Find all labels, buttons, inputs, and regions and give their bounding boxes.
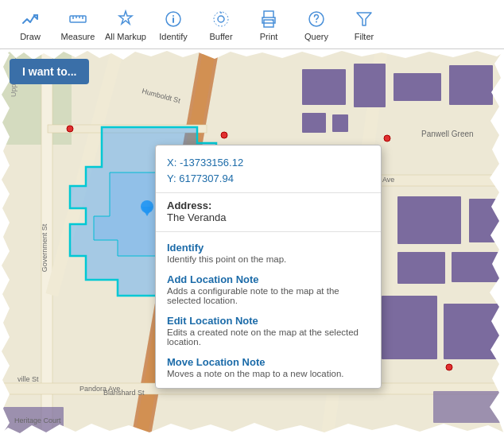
query-icon	[305, 8, 328, 30]
svg-point-15	[316, 21, 317, 22]
tool-query-label: Query	[304, 32, 328, 41]
action-identify[interactable]: Identify Identify this point on the map.	[156, 237, 381, 269]
popup-y-coord: Y: 6177307.94	[167, 171, 370, 187]
action-add-location-note[interactable]: Add Location Note Adds a configurable no…	[156, 269, 381, 310]
action-edit-location-note-desc: Edits a created note on the map at the s…	[167, 327, 370, 347]
svg-point-13	[272, 19, 273, 21]
identify-icon	[162, 8, 184, 30]
tool-print-label: Print	[260, 32, 278, 41]
context-popup: X: -13733156.12 Y: 6177307.94 Address: T…	[155, 145, 382, 389]
toolbar: Draw Measure All Markup	[0, 0, 504, 49]
buffer-icon	[210, 8, 232, 30]
tool-buffer-label: Buffer	[209, 32, 232, 41]
popup-address-value: The Veranda	[167, 211, 370, 223]
action-add-location-note-title: Add Location Note	[167, 273, 370, 285]
svg-text:Panwell Green: Panwell Green	[421, 130, 474, 138]
popup-actions-list: Identify Identify this point on the map.…	[156, 232, 381, 388]
popup-x-coord: X: -13733156.12	[167, 155, 370, 171]
popup-address-section: Address: The Veranda	[156, 193, 381, 232]
svg-rect-44	[382, 296, 437, 359]
svg-text:Blanshard St: Blanshard St	[103, 389, 145, 397]
tool-draw[interactable]: Draw	[6, 2, 54, 47]
measure-icon	[67, 8, 89, 30]
svg-rect-34	[302, 69, 346, 105]
tool-measure-label: Measure	[61, 32, 95, 41]
action-identify-title: Identify	[167, 242, 370, 254]
print-icon	[258, 8, 280, 30]
action-identify-desc: Identify this point on the map.	[167, 254, 370, 264]
filter-icon	[353, 8, 375, 30]
tool-buffer[interactable]: Buffer	[197, 2, 245, 47]
action-move-location-note[interactable]: Move Location Note Moves a note on the m…	[156, 351, 381, 383]
svg-rect-36	[394, 73, 441, 101]
svg-point-62	[384, 135, 390, 141]
popup-address-label: Address:	[167, 200, 370, 211]
tool-all-markup-label: All Markup	[105, 32, 146, 41]
svg-point-59	[67, 126, 73, 132]
action-move-location-note-desc: Moves a note on the map to a new locatio…	[167, 369, 370, 378]
tool-filter-label: Filter	[355, 32, 374, 41]
tool-measure[interactable]: Measure	[54, 2, 102, 47]
svg-point-60	[221, 132, 227, 138]
tool-all-markup[interactable]: All Markup	[102, 2, 149, 47]
svg-point-8	[218, 16, 224, 22]
svg-text:Heritage Court: Heritage Court	[14, 417, 61, 424]
tool-draw-label: Draw	[20, 32, 41, 41]
svg-rect-40	[397, 196, 461, 244]
svg-marker-16	[357, 13, 371, 25]
svg-rect-35	[354, 64, 386, 107]
tool-identify-label: Identify	[159, 32, 187, 41]
map-area[interactable]: Upper Calif... Government St Humboldt St…	[0, 49, 504, 434]
svg-point-7	[173, 15, 174, 17]
svg-text:ville St: ville St	[17, 375, 39, 383]
svg-text:Government St: Government St	[41, 223, 48, 272]
tool-print[interactable]: Print	[245, 2, 293, 47]
tool-identify[interactable]: Identify	[149, 2, 197, 47]
action-add-location-note-desc: Adds a configurable note to the map at t…	[167, 286, 370, 305]
all-markup-icon	[114, 8, 137, 30]
iwantto-button[interactable]: I want to...	[10, 59, 89, 84]
tool-query[interactable]: Query	[293, 2, 340, 47]
svg-rect-11	[264, 11, 273, 17]
svg-rect-0	[70, 16, 86, 22]
svg-rect-39	[332, 114, 348, 132]
action-move-location-note-title: Move Location Note	[167, 356, 370, 368]
svg-rect-42	[397, 252, 445, 284]
svg-point-63	[446, 364, 452, 370]
action-edit-location-note[interactable]: Edit Location Note Edits a created note …	[156, 310, 381, 351]
svg-point-9	[214, 12, 228, 26]
action-edit-location-note-title: Edit Location Note	[167, 315, 370, 327]
draw-icon	[19, 8, 41, 30]
tool-filter[interactable]: Filter	[340, 2, 388, 47]
popup-coordinates: X: -13733156.12 Y: 6177307.94	[156, 145, 381, 193]
svg-rect-38	[302, 113, 326, 133]
svg-rect-37	[449, 65, 493, 105]
